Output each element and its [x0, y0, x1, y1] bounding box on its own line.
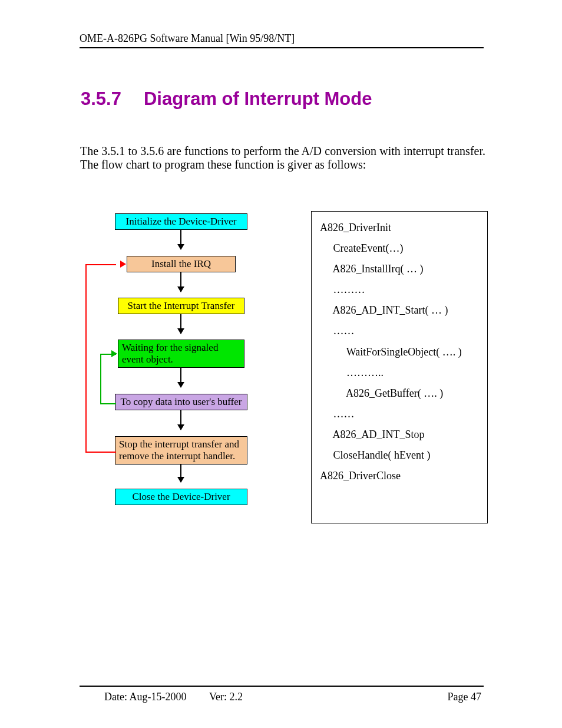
flow-node-init: Initialize the Device-Driver	[115, 213, 247, 230]
arrow-head-icon	[120, 261, 126, 268]
arrow-icon	[180, 230, 181, 249]
flow-node-irq: Install the IRQ	[127, 256, 236, 272]
section-number: 3.5.7	[81, 88, 121, 109]
page-footer: Date: Aug-15-2000 Ver: 2.2 Page 47	[104, 691, 481, 703]
arrow-icon	[180, 272, 181, 292]
code-line: WaitForSingleObject( …. )	[320, 342, 480, 363]
footer-page-number: Page 47	[448, 691, 482, 703]
code-line: ………..	[320, 363, 480, 383]
loop-green	[100, 354, 116, 404]
header-rule	[80, 47, 484, 48]
code-line: CloseHandle( hEvent )	[320, 445, 480, 466]
flow-node-stop: Stop the interrupt transfer and remove t…	[115, 436, 247, 465]
code-listing: A826_DriverInit CreateEvent(…) A826_Inst…	[311, 211, 488, 523]
section-title-text: Diagram of Interrupt Mode	[144, 88, 372, 109]
section-heading: 3.5.7Diagram of Interrupt Mode	[81, 88, 372, 110]
arrow-icon	[180, 465, 181, 482]
arrow-icon	[180, 368, 181, 387]
code-line: ……	[320, 321, 480, 341]
flow-node-copy: To copy data into user's buffer	[115, 394, 247, 410]
code-line: A826_AD_INT_Start( … )	[320, 300, 480, 321]
footer-rule	[80, 686, 484, 687]
arrow-icon	[180, 410, 181, 430]
code-line: ………	[320, 279, 480, 300]
code-line: A826_AD_INT_Stop	[320, 424, 480, 445]
code-line: A826_DriverInit	[320, 218, 480, 238]
flow-node-close: Close the Device-Driver	[115, 489, 247, 505]
footer-date: Date: Aug-15-2000	[104, 691, 186, 703]
footer-version: Ver: 2.2	[209, 691, 243, 703]
code-line: A826_DriverClose	[320, 466, 480, 486]
flow-node-start: Start the Interrupt Transfer	[118, 298, 244, 314]
code-line: ……	[320, 404, 480, 424]
arrow-icon	[180, 314, 181, 334]
arrow-head-icon	[111, 350, 117, 357]
document-page: OME-A-826PG Software Manual [Win 95/98/N…	[0, 0, 562, 728]
code-line: A826_GetBuffer( …. )	[320, 383, 480, 404]
page-header: OME-A-826PG Software Manual [Win 95/98/N…	[80, 32, 295, 45]
intro-paragraph: The 3.5.1 to 3.5.6 are functions to perf…	[80, 144, 485, 172]
code-line: CreateEvent(…)	[320, 238, 480, 259]
flow-node-wait: Waiting for the signaled event object.	[118, 340, 244, 368]
code-line: A826_InstallIrq( … )	[320, 259, 480, 279]
